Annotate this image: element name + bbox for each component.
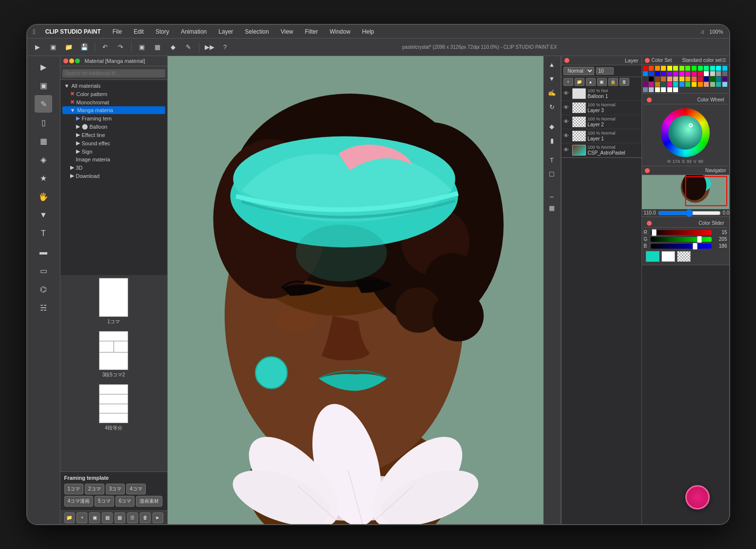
color-swatch-12[interactable] xyxy=(716,66,721,71)
framing-btn-1[interactable]: 2コマ xyxy=(85,484,104,494)
color-set-close-red[interactable] xyxy=(645,58,650,63)
material-delete-btn[interactable]: 🗑 xyxy=(140,512,151,523)
menu-selection[interactable]: Selection xyxy=(243,27,271,36)
menu-animation[interactable]: Animation xyxy=(179,27,209,36)
tool-operation[interactable]: ⌬ xyxy=(35,280,52,298)
color-swatch-35[interactable] xyxy=(685,77,690,81)
menu-window[interactable]: Window xyxy=(328,27,352,36)
layer-lock-btn[interactable]: 🔒 xyxy=(608,78,618,86)
color-swatch-39[interactable] xyxy=(710,77,715,81)
right-zoom-out-btn[interactable]: ▼ xyxy=(545,72,558,85)
toolbar-undo-button[interactable]: ↶ xyxy=(99,41,112,54)
color-swatch-10[interactable] xyxy=(704,66,709,71)
foreground-color-swatch[interactable] xyxy=(646,251,659,262)
tool-fill[interactable]: ▼ xyxy=(35,206,52,224)
color-swatch-0[interactable] xyxy=(643,66,648,71)
color-swatch-58[interactable] xyxy=(655,87,660,92)
color-swatch-1[interactable] xyxy=(649,66,654,71)
layer-row-2[interactable]: 👁 100 % Normal Layer 2 xyxy=(562,115,641,129)
color-swatch-21[interactable] xyxy=(685,71,690,76)
framing-btn-7[interactable]: 漫画素材 xyxy=(136,496,162,507)
right-color-picker-btn[interactable]: ◆ xyxy=(545,120,558,133)
layer-merge-btn[interactable]: ▲ xyxy=(586,78,596,86)
tool-cursor[interactable]: ▶ xyxy=(35,58,52,76)
color-swatch-48[interactable] xyxy=(679,82,684,87)
toolbar-fill-button[interactable]: ◆ xyxy=(167,41,179,54)
color-swatch-23[interactable] xyxy=(698,71,703,76)
right-zoom-in-btn[interactable]: ▲ xyxy=(545,58,558,71)
color-swatch-61[interactable] xyxy=(673,87,678,92)
color-swatch-56[interactable] xyxy=(643,87,648,92)
color-swatch-43[interactable] xyxy=(649,82,654,87)
framing-btn-4[interactable]: 4コマ漫画 xyxy=(64,496,94,507)
toolbar-csp-button[interactable]: ▶ xyxy=(31,41,44,54)
right-brush-btn[interactable]: ▮ xyxy=(545,134,558,147)
color-swatch-4[interactable] xyxy=(667,66,672,71)
slider-close-red[interactable] xyxy=(647,221,652,226)
nav-close-red[interactable] xyxy=(645,168,650,173)
color-swatch-33[interactable] xyxy=(673,77,678,81)
tool-pen[interactable]: ✎ xyxy=(35,95,52,113)
color-swatch-37[interactable] xyxy=(698,77,703,81)
tool-materials[interactable]: ▣ xyxy=(35,77,52,94)
color-swatch-34[interactable] xyxy=(679,77,684,81)
color-swatch-30[interactable] xyxy=(655,77,660,81)
color-swatch-32[interactable] xyxy=(667,77,672,81)
tree-item-balloon[interactable]: ▶ ⬤ Balloon xyxy=(62,122,165,131)
color-wheel-close-red[interactable] xyxy=(647,98,652,102)
tool-lasso[interactable]: ◈ xyxy=(35,151,52,168)
material-list-btn[interactable]: ☰ xyxy=(127,512,138,523)
b-slider-track[interactable] xyxy=(651,244,712,249)
color-swatch-29[interactable] xyxy=(649,77,654,81)
layer-new-btn[interactable]: + xyxy=(563,78,573,86)
background-color-swatch[interactable] xyxy=(661,251,675,262)
color-set-menu-btn[interactable]: ☰ xyxy=(722,58,726,63)
material-folder-btn[interactable]: 📁 xyxy=(64,512,75,523)
tree-item-download[interactable]: ▶ Download xyxy=(62,172,165,180)
thumb-item-0[interactable]: 1コマ xyxy=(99,278,128,325)
color-swatch-42[interactable] xyxy=(643,82,648,87)
color-swatch-3[interactable] xyxy=(661,66,666,71)
color-swatch-2[interactable] xyxy=(655,66,660,71)
tree-item-image[interactable]: Image materia xyxy=(62,156,165,163)
tree-item-framing[interactable]: ▶ Framing tem xyxy=(62,114,165,122)
color-swatch-51[interactable] xyxy=(698,82,703,87)
layer-row-csp[interactable]: 👁 100 % Normal CSP_AstroPastel xyxy=(562,143,641,157)
r-slider-track[interactable] xyxy=(651,230,712,235)
material-copy-btn[interactable]: ▣ xyxy=(89,512,100,523)
tool-select[interactable]: ▦ xyxy=(35,132,52,150)
color-wheel[interactable] xyxy=(661,108,710,157)
tree-item-mono[interactable]: ✖ Monochromat xyxy=(62,98,165,106)
color-swatch-5[interactable] xyxy=(673,66,678,71)
color-swatch-14[interactable] xyxy=(643,71,648,76)
right-grid-btn[interactable]: ▦ xyxy=(545,201,558,214)
material-grid2-btn[interactable]: ▦ xyxy=(115,512,125,523)
color-swatch-8[interactable] xyxy=(692,66,697,71)
menu-view[interactable]: View xyxy=(279,27,295,36)
transparent-color-swatch[interactable] xyxy=(677,251,691,262)
color-swatch-31[interactable] xyxy=(661,77,666,81)
framing-btn-3[interactable]: 4コマ xyxy=(126,484,146,494)
menu-layer[interactable]: Layer xyxy=(216,27,235,36)
toolbar-help-button[interactable]: ? xyxy=(219,41,232,54)
framing-btn-6[interactable]: 6コマ xyxy=(116,496,135,507)
canvas-area[interactable] xyxy=(168,56,543,524)
menu-file[interactable]: File xyxy=(111,27,124,36)
search-input[interactable] xyxy=(62,69,165,78)
layer-opacity-input[interactable] xyxy=(596,67,614,75)
layer-folder-btn[interactable]: 📁 xyxy=(575,78,584,86)
color-swatch-49[interactable] xyxy=(685,82,690,87)
g-slider-track[interactable] xyxy=(651,237,712,242)
color-swatch-38[interactable] xyxy=(704,77,709,81)
tool-eyedropper[interactable]: 🖐 xyxy=(35,188,52,205)
menu-edit[interactable]: Edit xyxy=(132,27,146,36)
close-btn-red[interactable] xyxy=(63,59,68,63)
color-swatch-6[interactable] xyxy=(679,66,684,71)
toolbar-new-button[interactable]: ▣ xyxy=(47,41,59,54)
framing-btn-5[interactable]: 5コマ xyxy=(95,496,114,507)
color-swatch-45[interactable] xyxy=(661,82,666,87)
menu-story[interactable]: Story xyxy=(154,27,171,36)
tool-layer[interactable]: ☵ xyxy=(35,299,52,316)
layer-blend-select[interactable]: Normal xyxy=(563,67,594,75)
color-swatch-47[interactable] xyxy=(673,82,678,87)
